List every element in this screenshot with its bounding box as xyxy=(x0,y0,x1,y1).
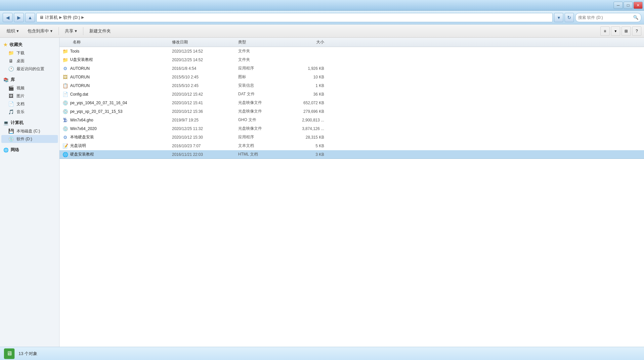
table-row[interactable]: 📄 Config.dat 2020/10/12 15:42 DAT 文件 36 … xyxy=(60,90,644,99)
music-label: 音乐 xyxy=(17,109,24,115)
minimize-button[interactable]: ─ xyxy=(614,2,623,9)
file-size-cell: 1 KB xyxy=(291,83,331,88)
sidebar-section-favorites: ★ 收藏夹 📁 下载 🖥 桌面 🕐 最近访问的位置 xyxy=(1,40,58,73)
forward-button[interactable]: ▶ xyxy=(14,13,24,22)
file-type-cell: 安装信息 xyxy=(238,83,291,88)
file-type-cell: HTML 文档 xyxy=(238,152,291,157)
computer-sidebar-label: 计算机 xyxy=(11,120,23,126)
organize-label: 组织 xyxy=(7,28,15,34)
breadcrumb-sep-1: ▶ xyxy=(59,15,62,20)
image-label: 图片 xyxy=(17,93,24,99)
column-type[interactable]: 类型 xyxy=(238,39,291,45)
sidebar-item-images[interactable]: 🖼 图片 xyxy=(1,92,58,100)
share-button[interactable]: 共享 ▾ xyxy=(61,26,81,36)
sidebar-favorites-header[interactable]: ★ 收藏夹 xyxy=(1,40,58,49)
sidebar-item-local-d[interactable]: 💿 软件 (D:) xyxy=(1,135,58,143)
sidebar-section-network: 🌐 网络 xyxy=(1,146,58,154)
document-label: 文档 xyxy=(17,101,24,107)
sidebar-item-local-c[interactable]: 💾 本地磁盘 (C:) xyxy=(1,127,58,135)
desktop-icon: 🖥 xyxy=(8,58,14,64)
file-name-cell: 📝 光盘说明 xyxy=(60,143,172,149)
include-library-button[interactable]: 包含到库中 ▾ xyxy=(23,26,57,36)
include-dropdown-icon: ▾ xyxy=(50,28,53,33)
search-box: 🔍 xyxy=(575,13,641,22)
file-rows-container: 📁 Tools 2020/12/25 14:52 文件夹 📁 U盘安装教程 20… xyxy=(60,47,644,159)
file-size-cell: 36 KB xyxy=(291,92,331,97)
close-button[interactable]: ✕ xyxy=(633,2,643,9)
file-date-cell: 2020/10/12 15:41 xyxy=(172,101,238,105)
file-size-cell: 1,926 KB xyxy=(291,66,331,71)
recent-label: 最近访问的位置 xyxy=(17,66,44,72)
column-size[interactable]: 大小 xyxy=(291,39,331,45)
status-text: 13 个对象 xyxy=(19,351,37,357)
table-row[interactable]: 💿 pe_yqs_1064_20_07_31_16_04 2020/10/12 … xyxy=(60,99,644,107)
image-icon: 🖼 xyxy=(8,93,14,99)
refresh-icon-button[interactable]: ↻ xyxy=(565,13,574,22)
view-button[interactable]: ≡ xyxy=(600,26,610,36)
new-folder-button[interactable]: 新建文件夹 xyxy=(85,26,115,36)
sidebar-library-header[interactable]: 📚 库 xyxy=(1,75,58,84)
up-button[interactable]: ▲ xyxy=(25,13,35,22)
table-row[interactable]: 🗜 Win7x64.gho 2019/9/7 19:25 GHO 文件 2,90… xyxy=(60,116,644,124)
file-name-cell: ⚙ 本地硬盘安装 xyxy=(60,134,172,140)
sidebar-section-computer: 💻 计算机 💾 本地磁盘 (C:) 💿 软件 (D:) xyxy=(1,118,58,143)
organize-button[interactable]: 组织 ▾ xyxy=(3,26,23,36)
file-type-cell: 光盘映像文件 xyxy=(238,126,291,131)
sidebar-item-desktop[interactable]: 🖥 桌面 xyxy=(1,57,58,65)
file-icon: 📝 xyxy=(62,143,68,149)
help-button[interactable]: ? xyxy=(632,26,641,36)
file-list-area: 名称 修改日期 类型 大小 📁 Tools 2020/12/25 14:52 文… xyxy=(60,38,644,347)
table-row[interactable]: 📁 U盘安装教程 2020/12/25 14:52 文件夹 xyxy=(60,56,644,64)
table-row[interactable]: 📁 Tools 2020/12/25 14:52 文件夹 xyxy=(60,47,644,56)
file-size-cell: 3,874,126 ... xyxy=(291,126,331,131)
table-row[interactable]: 🖼 AUTORUN 2015/5/10 2:45 图标 10 KB xyxy=(60,73,644,81)
file-name: AUTORUN xyxy=(70,83,90,88)
file-type-cell: 文件夹 xyxy=(238,57,291,63)
table-row[interactable]: ⚙ AUTORUN 2016/1/8 4:54 应用程序 1,926 KB xyxy=(60,64,644,73)
crumb-drive[interactable]: 软件 (D:) xyxy=(63,15,80,21)
address-breadcrumb[interactable]: 🖥 计算机 ▶ 软件 (D:) ▶ xyxy=(36,13,553,22)
table-row[interactable]: 📋 AUTORUN 2015/5/10 2:45 安装信息 1 KB xyxy=(60,81,644,90)
file-name: U盘安装教程 xyxy=(70,57,93,63)
breadcrumb-sep-2: ▶ xyxy=(81,15,84,20)
back-button[interactable]: ◀ xyxy=(3,13,13,22)
sidebar-network-header[interactable]: 🌐 网络 xyxy=(1,146,58,154)
title-bar-buttons: ─ □ ✕ xyxy=(614,2,643,9)
file-name: AUTORUN xyxy=(70,75,90,79)
maximize-button[interactable]: □ xyxy=(623,2,633,9)
sidebar-item-music[interactable]: 🎵 音乐 xyxy=(1,108,58,116)
refresh-button[interactable]: ▾ xyxy=(554,13,563,22)
table-row[interactable]: 🌐 硬盘安装教程 2016/11/21 22:03 HTML 文档 3 KB xyxy=(60,150,644,159)
sidebar-computer-header[interactable]: 💻 计算机 xyxy=(1,118,58,127)
status-app-icon: 🖥 xyxy=(4,348,15,359)
crumb-computer[interactable]: 计算机 xyxy=(45,15,58,21)
file-date-cell: 2019/9/7 19:25 xyxy=(172,118,238,122)
column-date[interactable]: 修改日期 xyxy=(172,39,238,45)
sidebar-item-downloads[interactable]: 📁 下载 xyxy=(1,49,58,57)
file-name-cell: ⚙ AUTORUN xyxy=(60,66,172,71)
file-type-cell: 光盘映像文件 xyxy=(238,100,291,106)
table-row[interactable]: ⚙ 本地硬盘安装 2020/10/12 15:30 应用程序 28,315 KB xyxy=(60,133,644,142)
file-list-header: 名称 修改日期 类型 大小 xyxy=(60,38,644,47)
table-row[interactable]: 💿 pe_yqs_xp_20_07_31_15_53 2020/10/12 15… xyxy=(60,107,644,116)
local-d-label: 软件 (D:) xyxy=(17,136,32,142)
file-icon: 📄 xyxy=(62,91,68,97)
document-icon: 📄 xyxy=(8,101,14,107)
column-name[interactable]: 名称 xyxy=(60,39,172,45)
table-row[interactable]: 💿 Win7x64_2020 2020/12/25 11:32 光盘映像文件 3… xyxy=(60,124,644,133)
file-icon: 📁 xyxy=(62,48,68,54)
details-view-button[interactable]: ⊞ xyxy=(622,26,631,36)
file-size-cell: 279,696 KB xyxy=(291,109,331,114)
file-name: 本地硬盘安装 xyxy=(70,134,94,140)
file-icon: 💿 xyxy=(62,109,68,114)
sidebar-item-documents[interactable]: 📄 文档 xyxy=(1,100,58,108)
sidebar-item-recent[interactable]: 🕐 最近访问的位置 xyxy=(1,65,58,73)
file-size-cell: 28,315 KB xyxy=(291,135,331,140)
file-name-cell: 🖼 AUTORUN xyxy=(60,74,172,80)
view-dropdown-button[interactable]: ▾ xyxy=(611,26,620,36)
sidebar-item-video[interactable]: 🎬 视频 xyxy=(1,84,58,92)
favorites-label: 收藏夹 xyxy=(10,42,22,48)
drive-d-icon: 💿 xyxy=(8,136,14,142)
search-input[interactable] xyxy=(578,15,632,20)
table-row[interactable]: 📝 光盘说明 2016/10/23 7:07 文本文档 5 KB xyxy=(60,142,644,150)
